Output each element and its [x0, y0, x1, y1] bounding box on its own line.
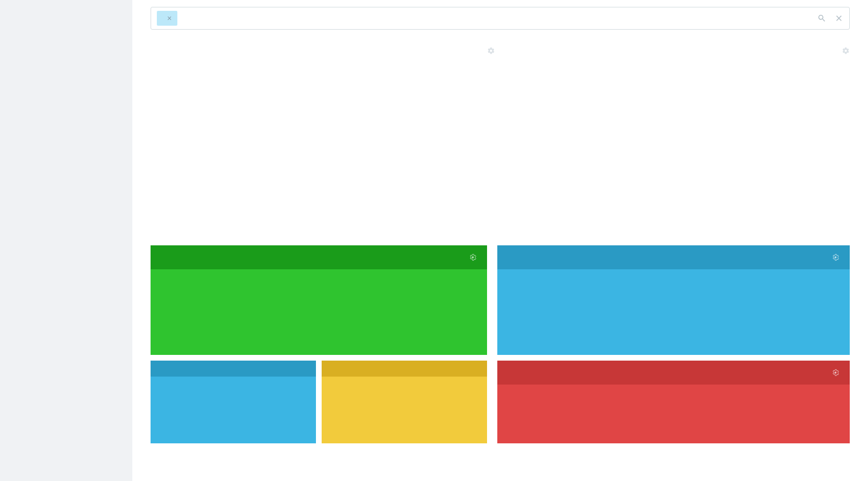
gear-icon[interactable]: [842, 47, 850, 55]
gear-icon[interactable]: [832, 253, 839, 261]
svg-point-0: [472, 256, 474, 258]
card-value: [497, 269, 850, 355]
funnel-panel: [151, 45, 495, 237]
card-converted: [151, 361, 316, 443]
card-value: [151, 377, 316, 443]
filter-tag[interactable]: ×: [157, 11, 177, 26]
pie-panel: [505, 45, 850, 237]
sidebar: [0, 0, 132, 481]
card-value: [322, 377, 487, 443]
gear-icon[interactable]: [487, 47, 495, 55]
svg-point-2: [834, 371, 837, 374]
pie-chart: [505, 75, 688, 223]
card-value: [497, 385, 850, 443]
card-active-leads: [151, 245, 487, 355]
card-value: [151, 269, 487, 355]
filter-bar[interactable]: ×: [151, 7, 850, 30]
close-icon[interactable]: ×: [167, 14, 172, 23]
svg-point-1: [834, 256, 837, 258]
card-rejected: [322, 361, 487, 443]
card-conversion: [497, 245, 850, 355]
main-content: ×: [132, 0, 868, 481]
gear-icon[interactable]: [832, 369, 839, 377]
search-icon[interactable]: [817, 14, 826, 23]
card-loss: [497, 361, 850, 443]
gear-icon[interactable]: [469, 253, 477, 261]
close-icon[interactable]: [834, 14, 843, 23]
